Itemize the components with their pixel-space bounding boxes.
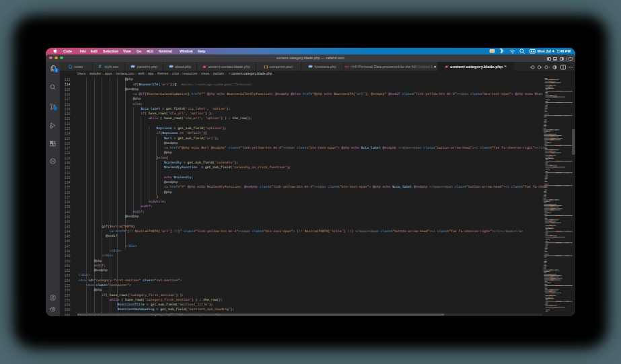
svg-text:php: php [131, 65, 135, 68]
svg-text:php: php [309, 65, 312, 68]
svg-text:php: php [169, 65, 172, 68]
svg-text:#: # [99, 64, 102, 69]
